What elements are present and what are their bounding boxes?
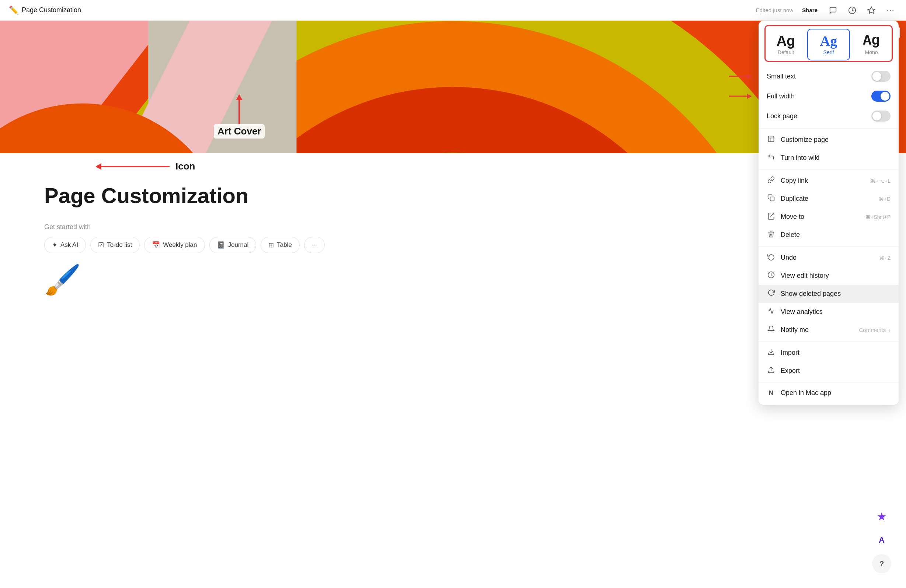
small-text-toggle[interactable] <box>871 71 890 82</box>
analytics-icon <box>767 307 775 317</box>
customize-page-label: Customize page <box>781 136 829 144</box>
small-text-row-wrapper: Small text <box>759 66 899 86</box>
todo-icon: ☑ <box>98 241 104 249</box>
divider-5 <box>759 382 899 382</box>
lock-page-toggle[interactable] <box>871 110 890 121</box>
view-analytics-item[interactable]: View analytics <box>759 303 899 321</box>
translate-button[interactable]: A <box>872 531 891 550</box>
ask-ai-pill[interactable]: ✦ Ask AI <box>44 237 86 253</box>
share-button[interactable]: Share <box>799 6 820 15</box>
svg-rect-12 <box>769 136 774 142</box>
svg-marker-1 <box>868 6 875 13</box>
notify-secondary: Comments <box>859 327 886 333</box>
comment-button[interactable] <box>826 4 840 17</box>
font-serif-name: Serif <box>823 49 834 55</box>
topbar-left: ✏️ Page Customization <box>9 6 756 15</box>
undo-shortcut: ⌘+Z <box>879 255 890 261</box>
font-mono[interactable]: Ag Mono <box>850 29 893 61</box>
todo-list-pill[interactable]: ☑ To-do list <box>90 237 140 253</box>
view-edit-history-label: View edit history <box>781 272 829 280</box>
small-text-arrow <box>729 76 751 77</box>
copy-link-item[interactable]: Copy link ⌘+⌥+L <box>759 172 899 190</box>
small-text-toggle-row: Small text <box>759 66 899 86</box>
table-label: Table <box>277 241 292 249</box>
divider-1 <box>759 128 899 129</box>
turn-into-wiki-item[interactable]: Turn into wiki <box>759 149 899 167</box>
undo-icon <box>767 253 775 262</box>
font-default-name: Default <box>778 49 794 55</box>
divider-2 <box>759 169 899 169</box>
more-pills[interactable]: ··· <box>304 237 325 253</box>
cover-annotation-text: Art Cover <box>214 124 265 139</box>
page-body: Page Customization Get started with ✦ As… <box>0 153 405 275</box>
font-selector: Ag Default Ag Serif Ag Mono <box>759 27 899 66</box>
full-width-toggle[interactable] <box>871 91 890 102</box>
help-button[interactable]: ? <box>872 554 891 573</box>
import-icon <box>767 348 775 357</box>
import-item[interactable]: Import <box>759 344 899 362</box>
icon-annotation-text: Icon <box>175 161 195 172</box>
view-analytics-label: View analytics <box>781 308 823 316</box>
edit-history-icon <box>767 271 775 280</box>
full-width-toggle-thumb <box>880 92 889 100</box>
font-default-ag: Ag <box>777 34 796 48</box>
table-pill[interactable]: ⊞ Table <box>261 237 300 253</box>
undo-item[interactable]: Undo ⌘+Z <box>759 249 899 267</box>
journal-icon: 📓 <box>217 241 225 249</box>
font-serif-ag: Ag <box>820 34 837 48</box>
topbar-right: Edited just now Share ··· <box>756 4 897 17</box>
mac-app-icon: N <box>767 389 775 397</box>
customize-icon <box>767 135 775 144</box>
export-icon <box>767 366 775 375</box>
notify-me-item[interactable]: Notify me Comments › <box>759 321 899 339</box>
dropdown-panel: Ag Default Ag Serif Ag Mono Small text <box>759 21 899 405</box>
delete-icon <box>767 230 775 239</box>
show-deleted-pages-item[interactable]: Show deleted pages <box>759 285 899 303</box>
full-width-row-wrapper: Full width <box>759 86 899 106</box>
weekly-plan-pill[interactable]: 📅 Weekly plan <box>144 237 204 253</box>
duplicate-shortcut: ⌘+D <box>879 196 890 202</box>
view-edit-history-item[interactable]: View edit history <box>759 267 899 285</box>
lock-page-label: Lock page <box>767 112 797 120</box>
art-cover-annotation: Art Cover <box>214 95 265 139</box>
open-in-mac-item[interactable]: N Open in Mac app <box>759 385 899 401</box>
duplicate-item[interactable]: Duplicate ⌘+D <box>759 190 899 208</box>
font-default[interactable]: Ag Default <box>764 29 807 61</box>
journal-label: Journal <box>228 241 249 249</box>
lock-page-toggle-thumb <box>873 112 881 121</box>
turn-into-wiki-label: Turn into wiki <box>781 154 819 162</box>
page-edit-icon: ✏️ <box>9 6 19 15</box>
wiki-icon <box>767 153 775 163</box>
customize-page-item[interactable]: Customize page <box>759 131 899 149</box>
divider-4 <box>759 341 899 341</box>
more-pills-icon: ··· <box>312 241 317 249</box>
svg-rect-15 <box>770 197 774 201</box>
move-to-shortcut: ⌘+Shift+P <box>865 214 890 220</box>
weekly-icon: 📅 <box>152 241 160 249</box>
small-text-label: Small text <box>767 73 796 80</box>
mac-app-label: Open in Mac app <box>781 389 831 397</box>
export-item[interactable]: Export <box>759 362 899 380</box>
move-to-item[interactable]: Move to ⌘+Shift+P <box>759 208 899 226</box>
undo-label: Undo <box>781 254 796 261</box>
weekly-label: Weekly plan <box>163 241 197 249</box>
show-deleted-icon <box>767 289 775 298</box>
small-text-toggle-thumb <box>873 72 881 81</box>
copy-link-shortcut: ⌘+⌥+L <box>871 178 890 184</box>
delete-item[interactable]: Delete <box>759 226 899 244</box>
divider-3 <box>759 246 899 247</box>
more-button[interactable]: ··· <box>884 4 897 17</box>
history-button[interactable] <box>845 4 859 17</box>
move-to-label: Move to <box>781 213 804 221</box>
topbar: ✏️ Page Customization Edited just now Sh… <box>0 0 906 21</box>
icon-annotation: Icon <box>96 161 195 172</box>
ai-sparkle-button[interactable] <box>872 507 891 526</box>
font-serif[interactable]: Ag Serif <box>807 29 850 61</box>
journal-pill[interactable]: 📓 Journal <box>209 237 257 253</box>
starter-pills: ✦ Ask AI ☑ To-do list 📅 Weekly plan 📓 Jo… <box>44 237 361 253</box>
notify-me-label: Notify me <box>781 326 809 334</box>
star-button[interactable] <box>865 4 878 17</box>
font-mono-ag: Ag <box>863 34 880 48</box>
duplicate-icon <box>767 194 775 203</box>
export-label: Export <box>781 367 800 375</box>
